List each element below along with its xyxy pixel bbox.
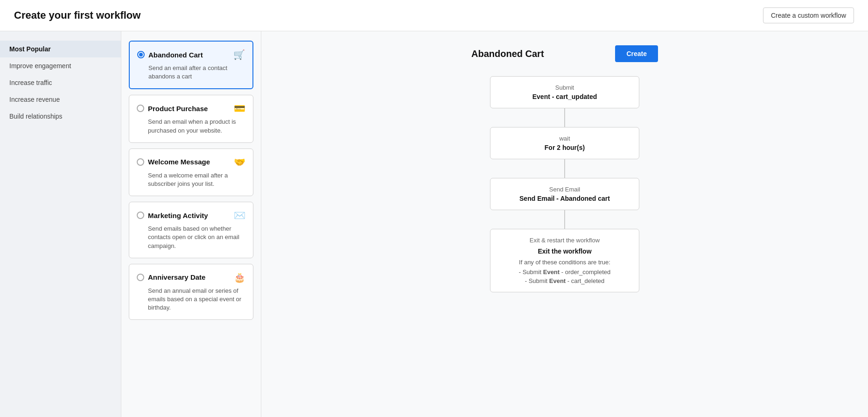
exit-title: Exit & restart the workflow bbox=[500, 237, 630, 244]
workflow-list: Abandoned Cart 🛒 Send an email after a c… bbox=[121, 31, 261, 417]
preview-title: Abandoned Cart bbox=[471, 49, 544, 59]
workflow-card-abandoned-cart[interactable]: Abandoned Cart 🛒 Send an email after a c… bbox=[129, 41, 253, 89]
send-email-node: Send Email Send Email - Abandoned cart bbox=[490, 178, 639, 210]
exit-condition-1: - Submit Event - order_completed bbox=[500, 269, 630, 276]
exit-subtitle: Exit the workflow bbox=[500, 247, 630, 255]
submit-label: Submit bbox=[500, 84, 630, 91]
submit-value: Event - cart_updated bbox=[500, 93, 630, 100]
workflow-card-title-row: Anniversary Date bbox=[137, 273, 205, 281]
credit-card-icon: 💳 bbox=[234, 103, 245, 114]
preview-panel: Abandoned Cart Create Submit Event - car… bbox=[261, 31, 868, 417]
workflow-card-welcome-message[interactable]: Welcome Message 🤝 Send a welcome email a… bbox=[129, 148, 253, 196]
workflow-card-title-row: Abandoned Cart bbox=[137, 51, 203, 59]
radio-abandoned-cart bbox=[137, 51, 145, 58]
workflow-card-anniversary-date[interactable]: Anniversary Date 🎂 Send an annual email … bbox=[129, 264, 253, 320]
workflow-card-title-row: Marketing Activity bbox=[137, 212, 208, 219]
cart-icon: 🛒 bbox=[233, 49, 245, 60]
email-icon: ✉️ bbox=[234, 210, 245, 221]
workflow-card-header: Abandoned Cart 🛒 bbox=[137, 49, 245, 60]
page-header: Create your first workflow Create a cust… bbox=[0, 0, 868, 31]
page-title: Create your first workflow bbox=[14, 9, 140, 21]
wait-label: wait bbox=[500, 135, 630, 142]
connector-1 bbox=[564, 108, 565, 127]
workflow-card-header: Welcome Message 🤝 bbox=[137, 156, 245, 168]
sidebar-item-build-relationships[interactable]: Build relationships bbox=[0, 108, 121, 125]
exit-condition-header: If any of these conditions are true: bbox=[500, 259, 630, 266]
exit-node: Exit & restart the workflow Exit the wor… bbox=[490, 229, 639, 292]
sidebar-item-improve-engagement[interactable]: Improve engagement bbox=[0, 57, 121, 74]
create-custom-workflow-button[interactable]: Create a custom workflow bbox=[763, 7, 854, 23]
connector-3 bbox=[564, 210, 565, 229]
birthday-icon: 🎂 bbox=[234, 272, 245, 283]
workflow-card-header: Marketing Activity ✉️ bbox=[137, 210, 245, 221]
wait-value: For 2 hour(s) bbox=[500, 144, 630, 151]
sidebar-item-increase-revenue[interactable]: Increase revenue bbox=[0, 91, 121, 108]
radio-welcome-message bbox=[137, 158, 144, 166]
radio-product-purchase bbox=[137, 105, 144, 112]
workflow-card-description: Send an annual email or series of emails… bbox=[137, 287, 245, 312]
flow-container: Submit Event - cart_updated wait For 2 h… bbox=[471, 76, 658, 292]
workflow-card-description: Send a welcome email after a subscriber … bbox=[137, 171, 245, 188]
workflow-card-title-row: Welcome Message bbox=[137, 158, 210, 166]
workflow-card-description: Send an email when a product is purchase… bbox=[137, 118, 245, 134]
connector-2 bbox=[564, 159, 565, 178]
radio-anniversary-date bbox=[137, 274, 144, 281]
submit-node: Submit Event - cart_updated bbox=[490, 76, 639, 108]
workflow-card-title-row: Product Purchase bbox=[137, 105, 208, 113]
workflow-card-description: Send emails based on whether contacts op… bbox=[137, 225, 245, 250]
main-layout: Most Popular Improve engagement Increase… bbox=[0, 31, 868, 417]
send-email-label: Send Email bbox=[500, 186, 630, 193]
workflow-card-name: Abandoned Cart bbox=[148, 51, 203, 59]
workflow-card-header: Anniversary Date 🎂 bbox=[137, 272, 245, 283]
preview-header: Abandoned Cart Create bbox=[471, 45, 658, 62]
wait-node: wait For 2 hour(s) bbox=[490, 127, 639, 159]
workflow-card-marketing-activity[interactable]: Marketing Activity ✉️ Send emails based … bbox=[129, 202, 253, 258]
workflow-card-header: Product Purchase 💳 bbox=[137, 103, 245, 114]
workflow-card-name: Anniversary Date bbox=[148, 273, 205, 281]
workflow-card-name: Welcome Message bbox=[148, 158, 210, 166]
radio-marketing-activity bbox=[137, 212, 144, 219]
sidebar-item-increase-traffic[interactable]: Increase traffic bbox=[0, 74, 121, 91]
create-workflow-button[interactable]: Create bbox=[615, 45, 658, 62]
send-email-value: Send Email - Abandoned cart bbox=[500, 195, 630, 202]
exit-condition-2: - Submit Event - cart_deleted bbox=[500, 277, 630, 284]
workflow-card-name: Product Purchase bbox=[148, 105, 208, 113]
workflow-card-product-purchase[interactable]: Product Purchase 💳 Send an email when a … bbox=[129, 95, 253, 142]
sidebar: Most Popular Improve engagement Increase… bbox=[0, 31, 121, 417]
handshake-icon: 🤝 bbox=[234, 156, 245, 168]
workflow-card-name: Marketing Activity bbox=[148, 212, 208, 219]
workflow-card-description: Send an email after a contact abandons a… bbox=[137, 64, 245, 81]
sidebar-item-most-popular[interactable]: Most Popular bbox=[0, 41, 121, 57]
